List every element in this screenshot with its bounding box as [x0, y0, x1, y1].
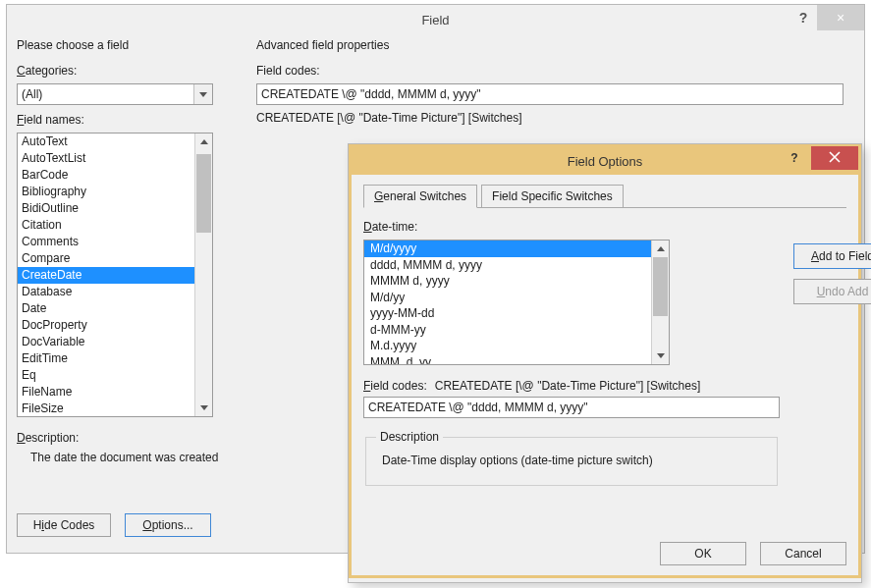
description-text: The date the document was created: [17, 451, 243, 464]
chevron-down-icon: [193, 84, 212, 104]
list-item[interactable]: dddd, MMMM d, yyyy: [364, 257, 652, 274]
options-close-button[interactable]: [811, 146, 858, 170]
list-item[interactable]: AutoText: [18, 134, 195, 150]
tab-field-specific-switches[interactable]: Field Specific Switches: [481, 185, 624, 207]
list-item[interactable]: M.d.yyyy: [364, 338, 652, 354]
list-item[interactable]: Eq: [18, 367, 195, 384]
list-item[interactable]: AutoTextList: [18, 150, 195, 167]
field-names-listbox[interactable]: AutoTextAutoTextListBarCodeBibliographyB…: [17, 133, 213, 417]
field-options-dialog: Field Options ? General Switches Field S…: [348, 143, 862, 583]
options-description-text: Date-Time display options (date-time pic…: [376, 454, 767, 467]
list-item[interactable]: Comments: [18, 234, 195, 250]
cancel-button[interactable]: Cancel: [760, 542, 846, 565]
options-titlebar: Field Options ?: [352, 147, 858, 175]
list-item[interactable]: yyyy-MM-dd: [364, 305, 652, 322]
field-codes-syntax: CREATEDATE [\@ "Date-Time Picture"] [Swi…: [256, 111, 854, 125]
list-item[interactable]: Date: [18, 300, 195, 317]
list-item[interactable]: Database: [18, 284, 195, 300]
list-item[interactable]: BidiOutline: [18, 200, 195, 217]
date-time-listbox[interactable]: M/d/yyyydddd, MMMM d, yyyyMMMM d, yyyyM/…: [363, 240, 670, 365]
list-item[interactable]: DocVariable: [18, 334, 195, 350]
list-item[interactable]: MMM. d, yy: [364, 354, 652, 366]
list-item[interactable]: DocProperty: [18, 317, 195, 334]
date-time-label: Date-time:: [363, 220, 780, 234]
list-item[interactable]: EditTime: [18, 350, 195, 367]
scrollbar[interactable]: [194, 134, 212, 416]
tab-general-switches[interactable]: General Switches: [363, 185, 477, 208]
description-label: Description:: [17, 431, 243, 445]
list-item[interactable]: CreateDate: [18, 267, 195, 284]
categories-label: Categories:: [17, 64, 243, 78]
list-item[interactable]: FileName: [18, 384, 195, 401]
scroll-up-icon[interactable]: [195, 134, 212, 150]
categories-value: (All): [22, 87, 42, 101]
list-item[interactable]: Bibliography: [18, 184, 195, 200]
options-help-button[interactable]: ?: [778, 146, 811, 170]
list-item[interactable]: MMMM d, yyyy: [364, 273, 652, 290]
list-item[interactable]: M/d/yy: [364, 290, 652, 306]
scroll-up-icon[interactable]: [652, 241, 669, 257]
scrollbar[interactable]: [651, 241, 669, 364]
field-close-button[interactable]: ×: [817, 5, 864, 30]
list-item[interactable]: d-MMM-yy: [364, 322, 652, 339]
options-description-label: Description: [376, 430, 443, 444]
list-item[interactable]: Compare: [18, 250, 195, 267]
close-icon: [829, 150, 841, 166]
list-item[interactable]: FileSize: [18, 401, 195, 417]
advanced-heading: Advanced field properties: [256, 38, 854, 52]
options-syntax-text: CREATEDATE [\@ "Date-Time Picture"] [Swi…: [435, 379, 701, 393]
field-help-button[interactable]: ?: [789, 5, 817, 30]
scroll-down-icon[interactable]: [652, 347, 669, 364]
options-field-codes-input[interactable]: CREATEDATE \@ "dddd, MMMM d, yyyy": [363, 397, 780, 418]
field-dialog-title: Field: [421, 13, 449, 27]
field-dialog-titlebar: Field ? ×: [7, 5, 864, 34]
options-description-box: Description Date-Time display options (d…: [365, 430, 778, 486]
choose-field-panel: Please choose a field Categories: (All) …: [17, 38, 243, 539]
categories-combo[interactable]: (All): [17, 83, 213, 105]
options-button[interactable]: Options...: [125, 513, 211, 537]
field-codes-label: Field codes:: [256, 64, 854, 78]
list-item[interactable]: M/d/yyyy: [364, 241, 652, 257]
ok-button[interactable]: OK: [660, 542, 746, 565]
list-item[interactable]: BarCode: [18, 167, 195, 184]
scroll-down-icon[interactable]: [195, 400, 212, 416]
options-tabstrip: General Switches Field Specific Switches: [363, 185, 846, 208]
undo-add-button[interactable]: Undo Add: [793, 279, 871, 304]
list-item[interactable]: Citation: [18, 217, 195, 234]
field-names-label: Field names:: [17, 113, 243, 127]
choose-field-heading: Please choose a field: [17, 38, 243, 52]
options-field-codes-label: Field codes:: [363, 379, 427, 393]
options-title: Field Options: [568, 154, 643, 169]
hide-codes-button[interactable]: Hide Codes: [17, 513, 111, 537]
field-codes-input[interactable]: CREATEDATE \@ "dddd, MMMM d, yyyy": [256, 83, 844, 105]
add-to-field-button[interactable]: Add to Field: [793, 243, 871, 269]
